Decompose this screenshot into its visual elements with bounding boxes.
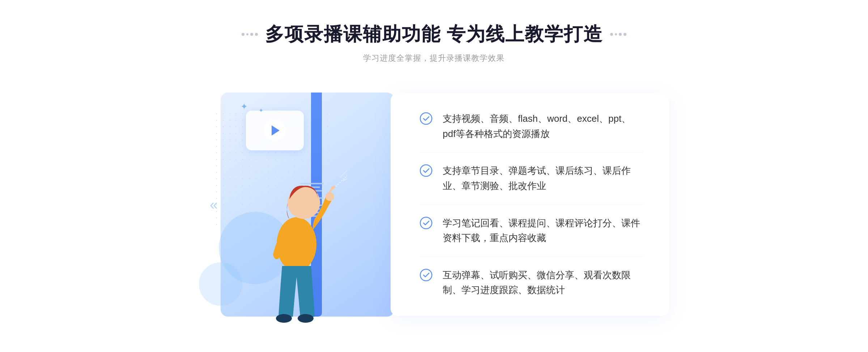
title-dots-left (242, 33, 258, 36)
feature-text-4: 互动弹幕、试听购买、微信分享、观看次数限制、学习进度跟踪、数据统计 (443, 268, 644, 298)
svg-point-2 (326, 192, 334, 201)
main-title: 多项录播课辅助功能 专为线上教学打造 (265, 22, 603, 47)
title-row: 多项录播课辅助功能 专为线上教学打造 (242, 22, 626, 47)
title-dots-right (610, 33, 626, 36)
feature-item-4: 互动弹幕、试听购买、微信分享、观看次数限制、学习进度跟踪、数据统计 (420, 257, 644, 298)
feature-text-2: 支持章节目录、弹题考试、课后练习、课后作业、章节测验、批改作业 (443, 163, 644, 193)
feature-text-3: 学习笔记回看、课程提问、课程评论打分、课件资料下载，重点内容收藏 (443, 216, 644, 246)
check-icon-2 (420, 164, 433, 177)
subtitle: 学习进度全掌握，提升录播课教学效果 (363, 53, 505, 64)
deco-circle-small (199, 262, 242, 306)
feature-text-1: 支持视频、音频、flash、word、excel、ppt、pdf等各种格式的资源… (443, 111, 644, 141)
svg-point-4 (298, 314, 314, 323)
svg-line-6 (343, 176, 347, 181)
svg-point-3 (276, 314, 292, 323)
feature-item-1: 支持视频、音频、flash、word、excel、ppt、pdf等各种格式的资源… (420, 111, 644, 153)
check-icon-3 (420, 216, 433, 229)
feature-item-2: 支持章节目录、弹题考试、课后练习、课后作业、章节测验、批改作业 (420, 153, 644, 205)
sparkle-icon-2: ✦ (259, 107, 263, 114)
svg-point-7 (420, 113, 432, 124)
illustration-wrapper: ✦ ✦ (199, 82, 401, 327)
page-wrapper: 多项录播课辅助功能 专为线上教学打造 学习进度全掌握，提升录播课教学效果 « (0, 22, 868, 327)
feature-item-3: 学习笔记回看、课程提问、课程评论打分、课件资料下载，重点内容收藏 (420, 205, 644, 257)
svg-line-5 (340, 170, 347, 177)
svg-point-10 (420, 269, 432, 281)
check-icon-4 (420, 269, 433, 282)
svg-point-9 (420, 217, 432, 229)
sparkle-icon-1: ✦ (241, 102, 248, 112)
check-icon-1 (420, 112, 433, 125)
main-content: « (199, 82, 669, 327)
svg-point-8 (420, 165, 432, 176)
person-illustration (246, 132, 347, 327)
header-section: 多项录播课辅助功能 专为线上教学打造 学习进度全掌握，提升录播课教学效果 (242, 22, 626, 64)
features-panel: 支持视频、音频、flash、word、excel、ppt、pdf等各种格式的资源… (391, 93, 669, 316)
